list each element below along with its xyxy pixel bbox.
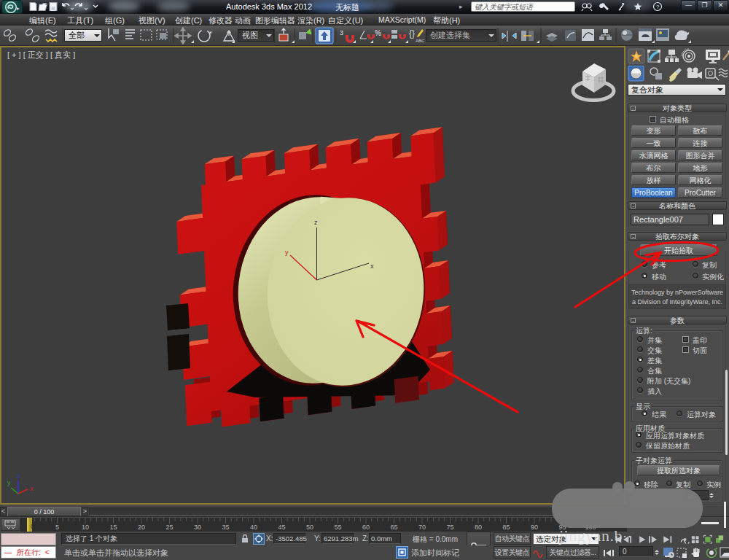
svg-text:30: 30 — [194, 524, 201, 531]
svg-text:x: x — [30, 485, 34, 492]
svg-text:z: z — [17, 472, 20, 480]
svg-text:y: y — [285, 249, 289, 256]
svg-text:90: 90 — [531, 524, 538, 531]
svg-text:20: 20 — [138, 524, 145, 531]
svg-text:ABC: ABC — [416, 39, 425, 43]
svg-text:z: z — [314, 219, 318, 226]
svg-text:{}: {} — [409, 28, 415, 39]
svg-text:85: 85 — [502, 524, 510, 531]
svg-text:35: 35 — [222, 524, 229, 531]
svg-text:50: 50 — [306, 524, 313, 531]
svg-text:y: y — [7, 479, 11, 486]
svg-text:15: 15 — [109, 524, 117, 531]
svg-text:0: 0 — [31, 523, 34, 530]
svg-text:%: % — [375, 29, 381, 37]
svg-text:5: 5 — [55, 524, 59, 531]
svg-text:55: 55 — [334, 524, 341, 531]
svg-text:x: x — [370, 262, 374, 270]
svg-text:40: 40 — [250, 524, 257, 531]
svg-text:?: ? — [656, 4, 660, 10]
svg-text:60: 60 — [362, 524, 370, 531]
svg-text:80: 80 — [475, 524, 482, 531]
svg-text:75: 75 — [446, 524, 453, 531]
svg-text:65: 65 — [390, 524, 397, 531]
svg-text:25: 25 — [165, 524, 173, 531]
svg-text:45: 45 — [278, 524, 285, 531]
svg-text:70: 70 — [418, 524, 426, 531]
svg-text:10: 10 — [82, 524, 89, 531]
svg-text:3: 3 — [340, 29, 343, 36]
